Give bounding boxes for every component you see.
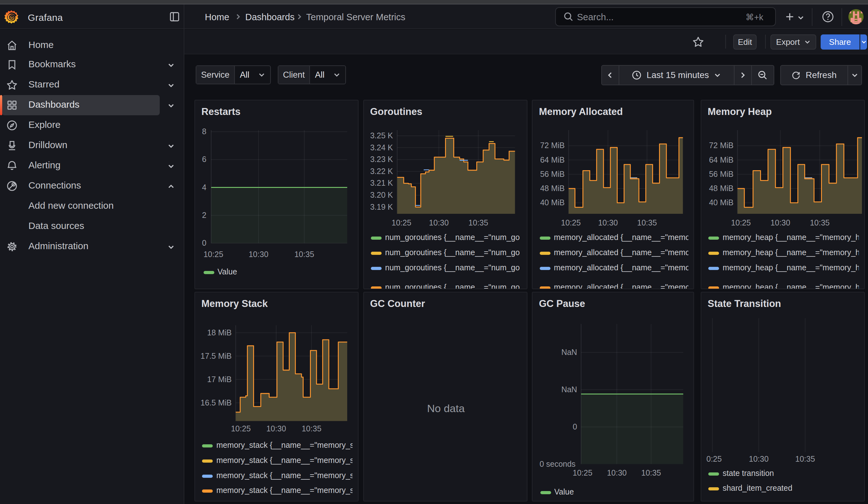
svg-text:10:30: 10:30 bbox=[598, 218, 618, 227]
svg-text:3.19 K: 3.19 K bbox=[370, 203, 393, 211]
svg-text:48 MiB: 48 MiB bbox=[709, 184, 734, 193]
svg-text:10:25: 10:25 bbox=[391, 218, 411, 227]
svg-text:64 MiB: 64 MiB bbox=[540, 155, 565, 164]
svg-text:3.22 K: 3.22 K bbox=[370, 167, 393, 176]
svg-text:2: 2 bbox=[202, 210, 206, 219]
svg-text:16.5 MiB: 16.5 MiB bbox=[200, 398, 232, 407]
svg-text:18 MiB: 18 MiB bbox=[207, 328, 232, 337]
svg-text:10:25: 10:25 bbox=[731, 218, 751, 227]
svg-text:10:30: 10:30 bbox=[266, 424, 286, 433]
svg-text:10:35: 10:35 bbox=[637, 218, 657, 227]
svg-text:10:25: 10:25 bbox=[573, 468, 593, 477]
svg-text:10:35: 10:35 bbox=[810, 218, 830, 227]
svg-text:17 MiB: 17 MiB bbox=[207, 375, 232, 384]
svg-text:8: 8 bbox=[202, 127, 206, 136]
svg-text:10:30: 10:30 bbox=[771, 218, 790, 227]
svg-text:4: 4 bbox=[202, 183, 206, 192]
svg-text:10:25: 10:25 bbox=[231, 424, 251, 433]
svg-text:10:30: 10:30 bbox=[249, 250, 269, 259]
svg-text:0 seconds: 0 seconds bbox=[540, 460, 576, 468]
svg-text:3.24 K: 3.24 K bbox=[370, 143, 393, 152]
svg-text:56 MiB: 56 MiB bbox=[540, 169, 565, 178]
svg-text:10:30: 10:30 bbox=[429, 218, 449, 227]
svg-text:0:25: 0:25 bbox=[706, 454, 722, 463]
svg-text:10:35: 10:35 bbox=[641, 468, 661, 477]
svg-text:10:35: 10:35 bbox=[294, 250, 314, 259]
svg-text:40 MiB: 40 MiB bbox=[709, 198, 734, 207]
svg-text:40 MiB: 40 MiB bbox=[540, 198, 565, 207]
svg-text:3.23 K: 3.23 K bbox=[370, 155, 393, 164]
svg-text:72 MiB: 72 MiB bbox=[540, 141, 565, 150]
svg-text:10:35: 10:35 bbox=[795, 454, 815, 463]
svg-text:0: 0 bbox=[202, 238, 206, 247]
svg-text:10:25: 10:25 bbox=[561, 218, 581, 227]
svg-text:3.20 K: 3.20 K bbox=[370, 191, 393, 199]
svg-text:0: 0 bbox=[573, 422, 577, 431]
svg-text:64 MiB: 64 MiB bbox=[709, 155, 734, 164]
svg-text:10:35: 10:35 bbox=[302, 424, 322, 433]
svg-text:NaN: NaN bbox=[561, 348, 577, 357]
svg-text:48 MiB: 48 MiB bbox=[540, 184, 565, 193]
svg-text:72 MiB: 72 MiB bbox=[709, 141, 734, 150]
svg-text:56 MiB: 56 MiB bbox=[709, 169, 734, 178]
svg-text:3.25 K: 3.25 K bbox=[370, 131, 393, 140]
svg-text:17.5 MiB: 17.5 MiB bbox=[200, 351, 232, 360]
svg-text:NaN: NaN bbox=[561, 385, 577, 394]
svg-text:10:25: 10:25 bbox=[204, 250, 224, 259]
svg-text:6: 6 bbox=[202, 155, 206, 164]
svg-text:10:30: 10:30 bbox=[607, 468, 627, 477]
svg-text:10:35: 10:35 bbox=[468, 218, 488, 227]
svg-text:10:30: 10:30 bbox=[749, 454, 769, 463]
svg-text:3.21 K: 3.21 K bbox=[370, 178, 393, 187]
